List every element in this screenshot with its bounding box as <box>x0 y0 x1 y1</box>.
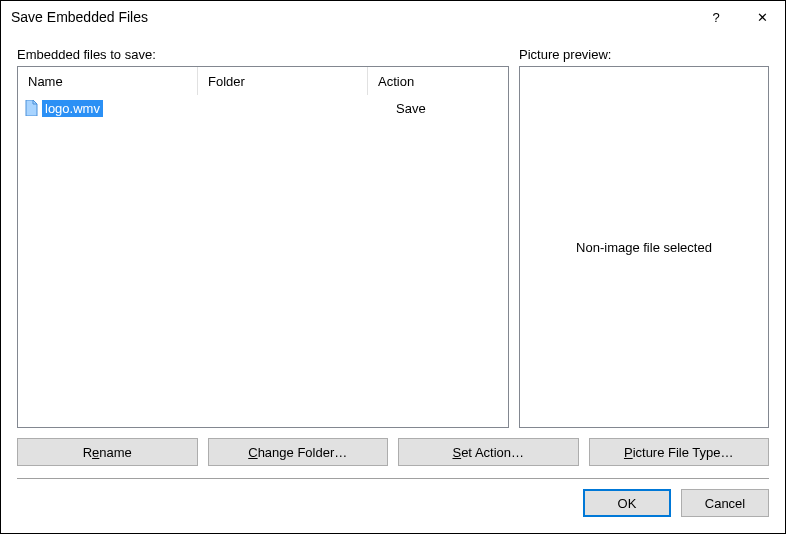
row-action-cell: Save <box>368 101 506 116</box>
files-column: Embedded files to save: Name Folder Acti… <box>17 47 509 428</box>
embedded-files-label: Embedded files to save: <box>17 47 509 62</box>
change-folder-button[interactable]: Change Folder… <box>208 438 389 466</box>
footer-buttons: OK Cancel <box>17 489 769 523</box>
close-icon: ✕ <box>757 10 768 25</box>
rename-button[interactable]: Rename <box>17 438 198 466</box>
help-button[interactable]: ? <box>693 1 739 33</box>
file-list[interactable]: Name Folder Action logo.wmv <box>17 66 509 428</box>
preview-column: Picture preview: Non-image file selected <box>519 47 769 428</box>
column-header-action[interactable]: Action <box>368 67 508 95</box>
column-header-name[interactable]: Name <box>18 67 198 95</box>
set-action-button[interactable]: Set Action… <box>398 438 579 466</box>
preview-box: Non-image file selected <box>519 66 769 428</box>
filename: logo.wmv <box>42 100 103 117</box>
action-buttons-row: Rename Change Folder… Set Action… Pictur… <box>17 438 769 466</box>
column-header-folder[interactable]: Folder <box>198 67 368 95</box>
window-title: Save Embedded Files <box>11 9 693 25</box>
help-icon: ? <box>712 10 719 25</box>
cancel-button[interactable]: Cancel <box>681 489 769 517</box>
list-header: Name Folder Action <box>18 67 508 95</box>
row-name-cell: logo.wmv <box>20 100 198 117</box>
dialog-content: Embedded files to save: Name Folder Acti… <box>1 33 785 533</box>
picture-file-type-button[interactable]: Picture File Type… <box>589 438 770 466</box>
close-button[interactable]: ✕ <box>739 1 785 33</box>
separator <box>17 478 769 479</box>
picture-preview-label: Picture preview: <box>519 47 769 62</box>
titlebar: Save Embedded Files ? ✕ <box>1 1 785 33</box>
list-item[interactable]: logo.wmv Save <box>20 97 506 119</box>
file-icon <box>24 100 38 116</box>
list-body: logo.wmv Save <box>18 95 508 121</box>
main-row: Embedded files to save: Name Folder Acti… <box>17 47 769 428</box>
ok-button[interactable]: OK <box>583 489 671 517</box>
preview-text: Non-image file selected <box>576 240 712 255</box>
